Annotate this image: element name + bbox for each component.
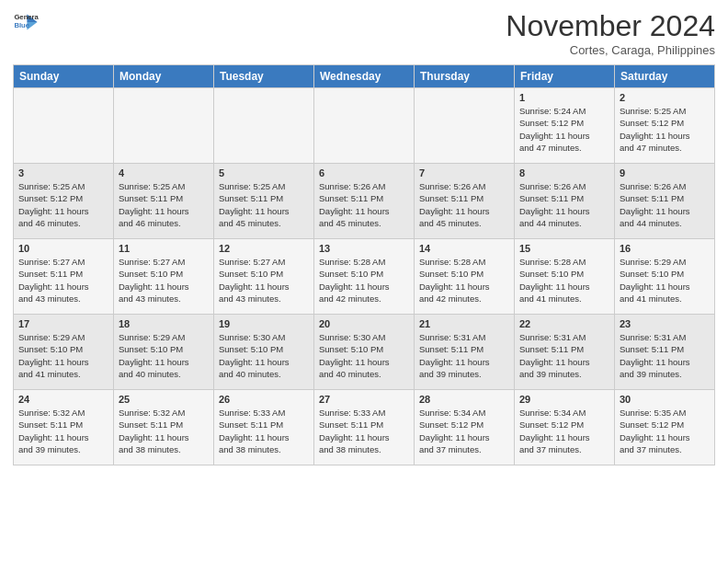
week-row-4: 24Sunrise: 5:32 AM Sunset: 5:11 PM Dayli…	[14, 390, 715, 465]
day-info: Sunrise: 5:30 AM Sunset: 5:10 PM Dayligh…	[219, 331, 309, 380]
page-container: General Blue November 2024 Cortes, Carag…	[0, 0, 728, 475]
header-tuesday: Tuesday	[214, 65, 314, 88]
day-cell-w3-d2: 19Sunrise: 5:30 AM Sunset: 5:10 PM Dayli…	[214, 315, 314, 390]
day-cell-w4-d2: 26Sunrise: 5:33 AM Sunset: 5:11 PM Dayli…	[214, 390, 314, 465]
location: Cortes, Caraga, Philippines	[506, 43, 715, 57]
svg-text:Blue: Blue	[14, 21, 29, 29]
day-number: 19	[219, 318, 309, 329]
day-info: Sunrise: 5:33 AM Sunset: 5:11 PM Dayligh…	[319, 407, 409, 455]
week-row-2: 10Sunrise: 5:27 AM Sunset: 5:11 PM Dayli…	[14, 239, 715, 315]
day-cell-w2-d0: 10Sunrise: 5:27 AM Sunset: 5:11 PM Dayli…	[14, 239, 114, 315]
day-cell-w0-d1	[114, 88, 214, 164]
day-number: 2	[620, 92, 710, 103]
day-cell-w4-d4: 28Sunrise: 5:34 AM Sunset: 5:12 PM Dayli…	[415, 390, 515, 465]
day-cell-w4-d3: 27Sunrise: 5:33 AM Sunset: 5:11 PM Dayli…	[314, 390, 415, 465]
day-info: Sunrise: 5:32 AM Sunset: 5:11 PM Dayligh…	[119, 407, 209, 455]
day-cell-w3-d6: 23Sunrise: 5:31 AM Sunset: 5:11 PM Dayli…	[615, 315, 715, 390]
day-number: 22	[519, 318, 609, 329]
day-info: Sunrise: 5:29 AM Sunset: 5:10 PM Dayligh…	[119, 331, 209, 380]
day-number: 26	[219, 394, 309, 405]
logo: General Blue	[13, 9, 39, 35]
day-cell-w2-d6: 16Sunrise: 5:29 AM Sunset: 5:10 PM Dayli…	[615, 239, 715, 315]
header-sunday: Sunday	[14, 65, 114, 88]
header-row: Sunday Monday Tuesday Wednesday Thursday…	[14, 65, 715, 88]
day-number: 10	[18, 243, 108, 254]
day-info: Sunrise: 5:31 AM Sunset: 5:11 PM Dayligh…	[419, 331, 509, 380]
day-info: Sunrise: 5:28 AM Sunset: 5:10 PM Dayligh…	[319, 256, 409, 304]
day-cell-w4-d5: 29Sunrise: 5:34 AM Sunset: 5:12 PM Dayli…	[515, 390, 615, 465]
logo-icon: General Blue	[13, 9, 39, 35]
day-cell-w1-d5: 8Sunrise: 5:26 AM Sunset: 5:11 PM Daylig…	[515, 164, 615, 239]
day-info: Sunrise: 5:28 AM Sunset: 5:10 PM Dayligh…	[519, 256, 609, 304]
title-block: November 2024 Cortes, Caraga, Philippine…	[506, 9, 715, 57]
day-info: Sunrise: 5:27 AM Sunset: 5:11 PM Dayligh…	[18, 256, 108, 304]
day-info: Sunrise: 5:29 AM Sunset: 5:10 PM Dayligh…	[620, 256, 710, 304]
header-wednesday: Wednesday	[314, 65, 415, 88]
day-cell-w0-d2	[214, 88, 314, 164]
day-info: Sunrise: 5:24 AM Sunset: 5:12 PM Dayligh…	[519, 105, 609, 154]
day-number: 14	[419, 243, 509, 254]
day-number: 9	[620, 167, 710, 178]
day-number: 18	[119, 318, 209, 329]
day-info: Sunrise: 5:26 AM Sunset: 5:11 PM Dayligh…	[319, 180, 409, 229]
day-cell-w1-d1: 4Sunrise: 5:25 AM Sunset: 5:11 PM Daylig…	[114, 164, 214, 239]
header-friday: Friday	[515, 65, 615, 88]
day-cell-w1-d0: 3Sunrise: 5:25 AM Sunset: 5:12 PM Daylig…	[14, 164, 114, 239]
day-info: Sunrise: 5:35 AM Sunset: 5:12 PM Dayligh…	[620, 407, 710, 455]
day-info: Sunrise: 5:31 AM Sunset: 5:11 PM Dayligh…	[519, 331, 609, 380]
day-info: Sunrise: 5:25 AM Sunset: 5:12 PM Dayligh…	[18, 180, 108, 229]
day-number: 3	[18, 167, 108, 178]
day-info: Sunrise: 5:26 AM Sunset: 5:11 PM Dayligh…	[620, 180, 710, 229]
day-number: 5	[219, 167, 309, 178]
day-number: 23	[620, 318, 710, 329]
day-cell-w2-d3: 13Sunrise: 5:28 AM Sunset: 5:10 PM Dayli…	[314, 239, 415, 315]
day-number: 29	[519, 394, 609, 405]
week-row-3: 17Sunrise: 5:29 AM Sunset: 5:10 PM Dayli…	[14, 315, 715, 390]
day-cell-w0-d4	[415, 88, 515, 164]
day-number: 20	[319, 318, 409, 329]
month-title: November 2024	[506, 9, 715, 43]
day-cell-w1-d3: 6Sunrise: 5:26 AM Sunset: 5:11 PM Daylig…	[314, 164, 415, 239]
day-cell-w2-d5: 15Sunrise: 5:28 AM Sunset: 5:10 PM Dayli…	[515, 239, 615, 315]
calendar-header: Sunday Monday Tuesday Wednesday Thursday…	[14, 65, 715, 88]
day-cell-w0-d5: 1Sunrise: 5:24 AM Sunset: 5:12 PM Daylig…	[515, 88, 615, 164]
day-number: 21	[419, 318, 509, 329]
day-number: 16	[620, 243, 710, 254]
day-cell-w4-d1: 25Sunrise: 5:32 AM Sunset: 5:11 PM Dayli…	[114, 390, 214, 465]
day-cell-w1-d2: 5Sunrise: 5:25 AM Sunset: 5:11 PM Daylig…	[214, 164, 314, 239]
day-number: 13	[319, 243, 409, 254]
day-info: Sunrise: 5:26 AM Sunset: 5:11 PM Dayligh…	[419, 180, 509, 229]
day-number: 17	[18, 318, 108, 329]
day-info: Sunrise: 5:27 AM Sunset: 5:10 PM Dayligh…	[219, 256, 309, 304]
day-cell-w2-d1: 11Sunrise: 5:27 AM Sunset: 5:10 PM Dayli…	[114, 239, 214, 315]
header-monday: Monday	[114, 65, 214, 88]
day-info: Sunrise: 5:26 AM Sunset: 5:11 PM Dayligh…	[519, 180, 609, 229]
day-info: Sunrise: 5:33 AM Sunset: 5:11 PM Dayligh…	[219, 407, 309, 455]
day-cell-w0-d0	[14, 88, 114, 164]
week-row-1: 3Sunrise: 5:25 AM Sunset: 5:12 PM Daylig…	[14, 164, 715, 239]
header: General Blue November 2024 Cortes, Carag…	[13, 9, 715, 57]
day-cell-w0-d6: 2Sunrise: 5:25 AM Sunset: 5:12 PM Daylig…	[615, 88, 715, 164]
day-cell-w3-d3: 20Sunrise: 5:30 AM Sunset: 5:10 PM Dayli…	[314, 315, 415, 390]
day-number: 7	[419, 167, 509, 178]
week-row-0: 1Sunrise: 5:24 AM Sunset: 5:12 PM Daylig…	[14, 88, 715, 164]
day-number: 11	[119, 243, 209, 254]
day-number: 12	[219, 243, 309, 254]
svg-text:General: General	[14, 13, 39, 21]
day-cell-w4-d6: 30Sunrise: 5:35 AM Sunset: 5:12 PM Dayli…	[615, 390, 715, 465]
day-cell-w1-d6: 9Sunrise: 5:26 AM Sunset: 5:11 PM Daylig…	[615, 164, 715, 239]
day-number: 30	[620, 394, 710, 405]
day-number: 6	[319, 167, 409, 178]
calendar-body: 1Sunrise: 5:24 AM Sunset: 5:12 PM Daylig…	[14, 88, 715, 465]
day-cell-w2-d4: 14Sunrise: 5:28 AM Sunset: 5:10 PM Dayli…	[415, 239, 515, 315]
day-cell-w2-d2: 12Sunrise: 5:27 AM Sunset: 5:10 PM Dayli…	[214, 239, 314, 315]
day-number: 15	[519, 243, 609, 254]
day-number: 24	[18, 394, 108, 405]
day-number: 27	[319, 394, 409, 405]
day-cell-w3-d4: 21Sunrise: 5:31 AM Sunset: 5:11 PM Dayli…	[415, 315, 515, 390]
calendar-table: Sunday Monday Tuesday Wednesday Thursday…	[13, 64, 715, 465]
header-saturday: Saturday	[615, 65, 715, 88]
day-cell-w3-d0: 17Sunrise: 5:29 AM Sunset: 5:10 PM Dayli…	[14, 315, 114, 390]
header-thursday: Thursday	[415, 65, 515, 88]
day-number: 8	[519, 167, 609, 178]
